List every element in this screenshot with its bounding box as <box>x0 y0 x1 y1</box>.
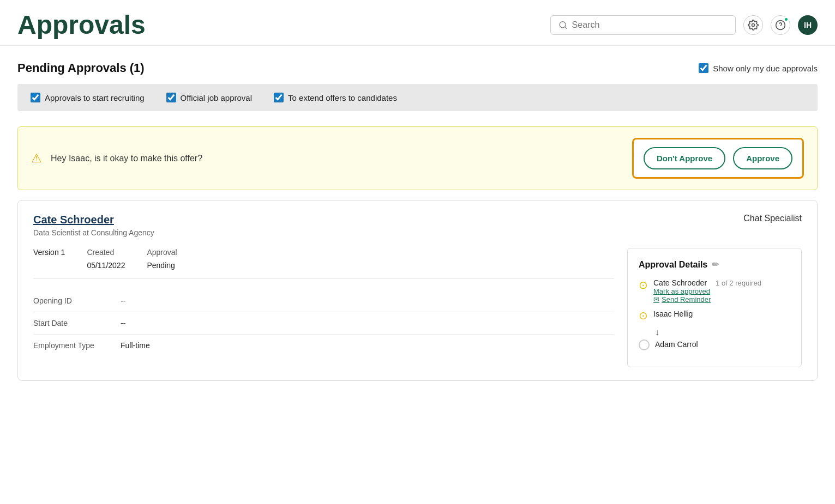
approver-1: ⊙ Cate Schroeder 1 of 2 required Mark as… <box>639 278 790 303</box>
approver-2: ⊙ Isaac Hellig <box>639 309 790 322</box>
section-header: Pending Approvals (1) Show only my due a… <box>17 61 818 75</box>
svg-point-2 <box>752 23 755 26</box>
employment-type-row: Employment Type Full-time <box>33 335 614 356</box>
approver-3: Adam Carrol <box>639 339 790 350</box>
main-content: Pending Approvals (1) Show only my due a… <box>0 46 835 396</box>
version-value: Version 1 <box>33 248 65 257</box>
dont-approve-button[interactable]: Don't Approve <box>644 147 725 169</box>
search-input[interactable] <box>572 20 728 30</box>
header: Approvals IH <box>0 0 835 46</box>
filter-start-recruiting-label: Approvals to start recruiting <box>45 93 145 102</box>
show-only-label: Show only my due approvals <box>713 64 818 73</box>
approver-2-name: Isaac Hellig <box>653 309 693 318</box>
svg-line-1 <box>565 27 567 28</box>
alert-text: Hey Isaac, is it okay to make this offer… <box>51 154 627 163</box>
card-body: Version 1 Created 05/11/2022 Approval Pe… <box>33 248 802 367</box>
section-title: Pending Approvals (1) <box>17 61 145 75</box>
approver-1-required: 1 of 2 required <box>716 279 761 287</box>
filter-start-recruiting-checkbox[interactable] <box>31 93 40 102</box>
created-value: 05/11/2022 <box>87 261 125 270</box>
filter-extend-offers[interactable]: To extend offers to candidates <box>274 93 397 102</box>
filter-start-recruiting[interactable]: Approvals to start recruiting <box>31 93 145 102</box>
header-actions: IH <box>550 15 818 35</box>
help-button[interactable] <box>771 15 790 35</box>
employment-type-value: Full-time <box>121 341 150 350</box>
approver-3-icon <box>639 339 650 350</box>
approval-value: Pending <box>147 261 177 270</box>
approver-3-name: Adam Carrol <box>655 340 698 349</box>
card-left: Version 1 Created 05/11/2022 Approval Pe… <box>33 248 614 367</box>
start-date-row: Start Date -- <box>33 312 614 335</box>
approver-2-icon: ⊙ <box>639 309 648 322</box>
avatar-button[interactable]: IH <box>798 15 818 35</box>
candidate-subtitle: Data Scientist at Consulting Agency <box>33 228 154 237</box>
opening-id-label: Opening ID <box>33 296 110 305</box>
page-title: Approvals <box>17 10 146 40</box>
opening-id-value: -- <box>121 296 125 305</box>
approval-details-label: Approval Details <box>639 260 707 270</box>
pencil-icon[interactable]: ✏ <box>712 259 719 270</box>
mark-approved-link[interactable]: Mark as approved <box>653 287 790 295</box>
candidate-card: Cate Schroeder Data Scientist at Consult… <box>17 200 818 381</box>
alert-icon: ⚠ <box>31 151 42 166</box>
search-box[interactable] <box>550 15 736 35</box>
approval-details-panel: Approval Details ✏ ⊙ Cate Schroeder 1 of… <box>627 248 802 367</box>
email-icon: ✉ <box>653 295 659 303</box>
version-item: Version 1 <box>33 248 65 270</box>
approver-arrow: ↓ <box>655 327 790 337</box>
filter-bar: Approvals to start recruiting Official j… <box>17 84 818 111</box>
approve-button[interactable]: Approve <box>733 147 792 169</box>
created-label: Created <box>87 248 125 257</box>
filter-extend-offers-checkbox[interactable] <box>274 93 284 102</box>
candidate-info: Cate Schroeder Data Scientist at Consult… <box>33 214 154 237</box>
candidate-name[interactable]: Cate Schroeder <box>33 214 154 226</box>
opening-id-row: Opening ID -- <box>33 290 614 312</box>
filter-official-job-label: Official job approval <box>181 93 252 102</box>
show-only-checkbox[interactable] <box>699 63 708 73</box>
search-icon <box>558 20 568 30</box>
approver-2-info: Isaac Hellig <box>653 309 790 319</box>
approval-status-item: Approval Pending <box>147 248 177 270</box>
alert-actions: Don't Approve Approve <box>632 138 804 179</box>
approval-details-title: Approval Details ✏ <box>639 259 790 270</box>
approver-1-info: Cate Schroeder 1 of 2 required Mark as a… <box>653 278 790 303</box>
start-date-value: -- <box>121 319 125 327</box>
start-date-label: Start Date <box>33 319 110 327</box>
filter-official-job-checkbox[interactable] <box>166 93 176 102</box>
approver-1-name: Cate Schroeder <box>653 278 707 287</box>
alert-banner: ⚠ Hey Isaac, is it okay to make this off… <box>31 138 627 179</box>
settings-button[interactable] <box>743 15 763 35</box>
approval-label: Approval <box>147 248 177 257</box>
filter-official-job[interactable]: Official job approval <box>166 93 252 102</box>
card-top: Cate Schroeder Data Scientist at Consult… <box>33 214 802 237</box>
filter-extend-offers-label: To extend offers to candidates <box>288 93 397 102</box>
approver-1-icon: ⊙ <box>639 278 648 292</box>
meta-row: Version 1 Created 05/11/2022 Approval Pe… <box>33 248 614 279</box>
send-reminder-link[interactable]: ✉ Send Reminder <box>653 295 790 303</box>
show-only-filter[interactable]: Show only my due approvals <box>699 63 818 73</box>
notification-dot <box>784 17 789 22</box>
job-title: Chat Specialist <box>743 214 802 223</box>
approver-3-info: Adam Carrol <box>655 339 790 349</box>
gear-icon <box>748 20 759 31</box>
created-item: Created 05/11/2022 <box>87 248 125 270</box>
employment-type-label: Employment Type <box>33 341 110 350</box>
